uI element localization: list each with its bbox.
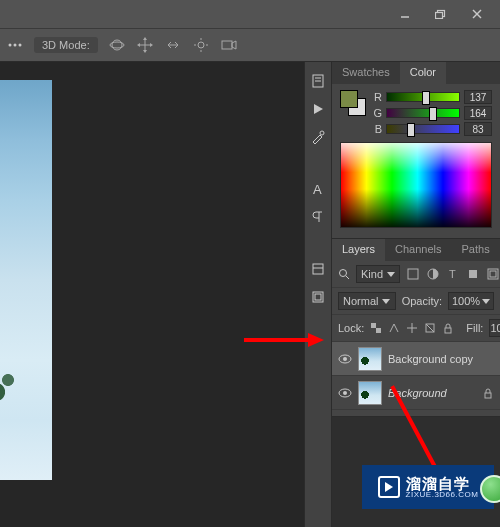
panel-icon-2[interactable]: [309, 288, 327, 306]
layer-thumbnail[interactable]: [358, 381, 382, 405]
lock-label: Lock:: [338, 322, 364, 334]
filter-type-icon[interactable]: T: [446, 267, 460, 281]
brush-icon[interactable]: [309, 128, 327, 146]
fill-label: Fill:: [466, 322, 483, 334]
b-value[interactable]: 83: [464, 122, 492, 136]
fill-value: 100%: [490, 322, 500, 334]
more-options-icon[interactable]: [6, 36, 24, 54]
layers-tabs: Layers Channels Paths: [332, 239, 500, 261]
b-label: B: [372, 123, 382, 135]
g-slider[interactable]: [386, 108, 460, 118]
character-icon[interactable]: A: [309, 180, 327, 198]
fill-value-field[interactable]: 100%: [489, 319, 500, 337]
layers-panel-group: Layers Channels Paths Kind T: [332, 239, 500, 417]
svg-marker-22: [232, 41, 236, 49]
g-label: G: [372, 107, 382, 119]
lock-row: Lock: Fill: 100%: [332, 315, 500, 342]
color-tabs: Swatches Color: [332, 62, 500, 84]
color-panel-group: Swatches Color R 137: [332, 62, 500, 239]
svg-rect-35: [408, 269, 418, 279]
svg-marker-26: [314, 104, 323, 114]
tab-layers[interactable]: Layers: [332, 239, 385, 261]
watermark-title: 溜溜自学: [406, 476, 479, 491]
filter-adjust-icon[interactable]: [426, 267, 440, 281]
chevron-down-icon: [482, 299, 490, 304]
pan-icon[interactable]: [136, 36, 154, 54]
panel-icon-1[interactable]: [309, 260, 327, 278]
filter-shape-icon[interactable]: [466, 267, 480, 281]
kind-label: Kind: [361, 268, 383, 280]
svg-rect-21: [222, 41, 232, 49]
main-area: A Swatches Color R: [0, 62, 500, 527]
g-value[interactable]: 164: [464, 106, 492, 120]
tab-swatches[interactable]: Swatches: [332, 62, 400, 84]
restore-button[interactable]: [424, 4, 458, 24]
camera-icon[interactable]: [220, 36, 238, 54]
kind-filter-dropdown[interactable]: Kind: [356, 265, 400, 283]
tab-color[interactable]: Color: [400, 62, 446, 84]
filter-pixel-icon[interactable]: [406, 267, 420, 281]
watermark-badge: 溜溜自学 ZIXUE.3D66.COM: [362, 465, 494, 509]
tab-paths[interactable]: Paths: [452, 239, 500, 261]
layer-name[interactable]: Background copy: [388, 353, 494, 365]
chevron-down-icon: [387, 272, 395, 277]
opacity-value-field[interactable]: 100%: [448, 292, 494, 310]
lock-all-icon[interactable]: [442, 321, 454, 335]
svg-point-33: [340, 270, 347, 277]
b-slider[interactable]: [386, 124, 460, 134]
svg-point-27: [320, 131, 324, 135]
svg-point-5: [9, 44, 12, 47]
lock-icon: [482, 387, 494, 399]
paragraph-icon[interactable]: [309, 208, 327, 226]
canvas-area[interactable]: [0, 62, 304, 527]
blend-row: Normal Opacity: 100%: [332, 288, 500, 315]
layer-row[interactable]: Background copy: [332, 342, 500, 376]
foreground-background-swatch[interactable]: [340, 90, 366, 116]
layer-row[interactable]: Background: [332, 376, 500, 410]
svg-marker-15: [150, 43, 153, 47]
visibility-toggle[interactable]: [338, 386, 352, 400]
layer-thumbnail[interactable]: [358, 347, 382, 371]
orbit-icon[interactable]: [108, 36, 126, 54]
tab-channels[interactable]: Channels: [385, 239, 451, 261]
document-canvas[interactable]: [0, 80, 52, 480]
color-spectrum[interactable]: [340, 142, 492, 228]
svg-line-46: [426, 324, 434, 332]
slide-icon[interactable]: [164, 36, 182, 54]
close-button[interactable]: [460, 4, 494, 24]
r-slider[interactable]: [386, 92, 460, 102]
svg-marker-13: [143, 50, 147, 53]
minimize-button[interactable]: [388, 4, 422, 24]
blend-mode-dropdown[interactable]: Normal: [338, 292, 396, 310]
green-badge: [480, 475, 500, 503]
svg-point-51: [343, 391, 347, 395]
play-icon[interactable]: [309, 100, 327, 118]
svg-point-16: [198, 42, 204, 48]
mode-dropdown[interactable]: 3D Mode:: [34, 37, 98, 53]
r-thumb[interactable]: [422, 91, 430, 105]
light-icon[interactable]: [192, 36, 210, 54]
svg-marker-12: [143, 37, 147, 40]
right-panels: Swatches Color R 137: [332, 62, 500, 527]
lock-transparency-icon[interactable]: [370, 321, 382, 335]
filter-icons: T: [406, 267, 500, 281]
r-label: R: [372, 91, 382, 103]
chevron-down-icon: [382, 299, 390, 304]
g-thumb[interactable]: [429, 107, 437, 121]
b-thumb[interactable]: [407, 123, 415, 137]
svg-point-49: [343, 357, 347, 361]
search-icon[interactable]: [338, 268, 350, 280]
visibility-toggle[interactable]: [338, 352, 352, 366]
lock-artboard-icon[interactable]: [424, 321, 436, 335]
svg-point-6: [14, 44, 17, 47]
layer-name[interactable]: Background: [388, 387, 476, 399]
filter-smart-icon[interactable]: [486, 267, 500, 281]
svg-text:A: A: [313, 182, 322, 196]
history-icon[interactable]: [309, 72, 327, 90]
svg-rect-29: [313, 264, 323, 274]
lock-pixels-icon[interactable]: [388, 321, 400, 335]
lock-position-icon[interactable]: [406, 321, 418, 335]
foreground-color-swatch[interactable]: [340, 90, 358, 108]
svg-rect-52: [485, 393, 491, 398]
r-value[interactable]: 137: [464, 90, 492, 104]
